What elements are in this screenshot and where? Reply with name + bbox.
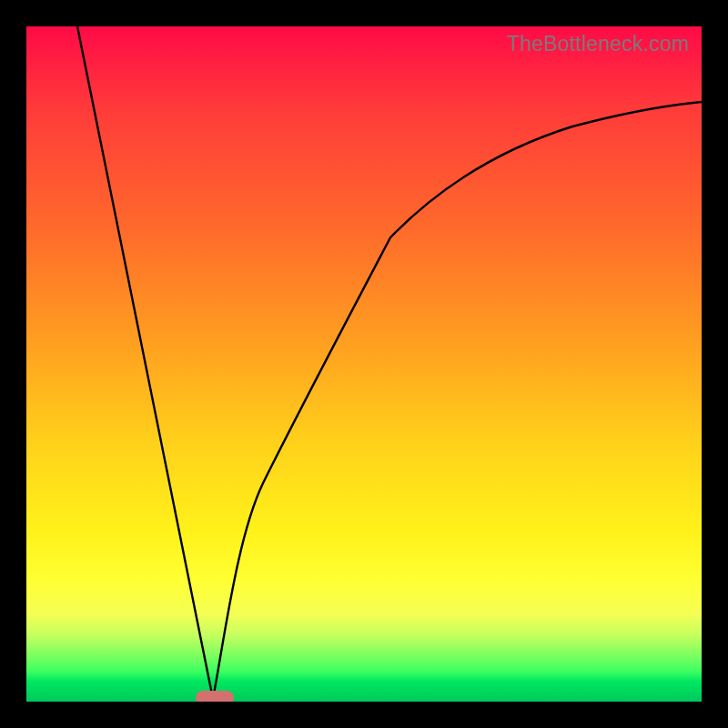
curve-svg [26, 26, 702, 702]
bottleneck-marker [196, 691, 234, 702]
chart-frame: TheBottleneck.com [0, 0, 728, 728]
curve-path [77, 26, 702, 699]
plot-area: TheBottleneck.com [26, 26, 702, 702]
